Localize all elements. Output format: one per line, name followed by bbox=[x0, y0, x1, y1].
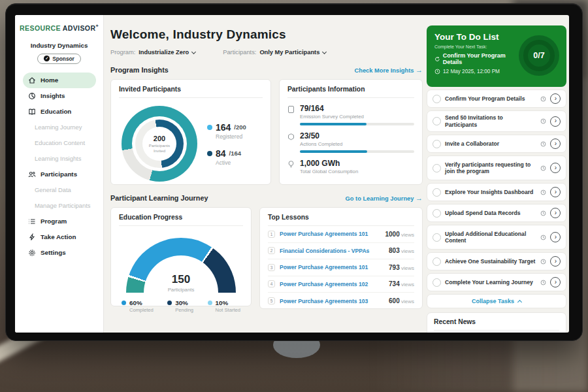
sidebar-item-education[interactable]: Education bbox=[23, 104, 96, 120]
sidebar-item-label: Home bbox=[41, 76, 58, 84]
monitor-bezel: RESOURCE ADVISOR+ Industry Dynamics ✓ Sp… bbox=[5, 3, 583, 341]
sidebar-item-program[interactable]: Program bbox=[23, 214, 96, 229]
sidebar-item-home[interactable]: Home bbox=[23, 73, 96, 88]
sidebar-item-insights[interactable]: Insights bbox=[23, 88, 96, 104]
sponsor-badge-icon: ✓ bbox=[44, 56, 50, 61]
task-row[interactable]: Verify participants requesting to join t… bbox=[427, 155, 566, 180]
lesson-link[interactable]: Power Purchase Agreements 101 bbox=[280, 264, 389, 270]
task-chevron-button[interactable]: › bbox=[550, 277, 561, 287]
logo-resource: RESOURCE bbox=[20, 24, 61, 32]
arrow-right-icon: → bbox=[416, 66, 423, 74]
lesson-rank: 5 bbox=[268, 297, 275, 304]
sidebar-item-education-content[interactable]: Education Content bbox=[23, 135, 96, 151]
chevron-up-icon bbox=[517, 300, 522, 304]
clock-icon bbox=[540, 141, 546, 147]
program-filter-value: Industrialize Zero bbox=[139, 49, 189, 56]
task-checkbox[interactable] bbox=[433, 95, 441, 103]
stat-consumption: 1,000 GWh Total Global Consumption bbox=[287, 159, 414, 174]
task-label: Send 50 Invitations to Participants bbox=[445, 114, 536, 128]
legend-dot-active bbox=[207, 151, 212, 156]
participants-information-card: Participants Information 79/164 Emission… bbox=[279, 79, 423, 185]
task-chevron-button[interactable]: › bbox=[550, 187, 561, 197]
lesson-link[interactable]: Financial Considerations - VPPAs bbox=[280, 248, 389, 254]
task-row[interactable]: Send 50 Invitations to Participants › bbox=[427, 110, 566, 132]
task-checkbox[interactable] bbox=[433, 257, 441, 266]
sidebar-item-label: Manage Participants bbox=[35, 202, 90, 209]
task-row[interactable]: Invite a Collaborator › bbox=[427, 135, 566, 153]
lesson-link[interactable]: Power Purchase Agreements 103 bbox=[280, 298, 389, 304]
sidebar-item-general-data[interactable]: General Data bbox=[23, 182, 96, 198]
lesson-rank: 3 bbox=[268, 264, 275, 271]
invited-participants-card: Invited Participants 200 Participants In… bbox=[110, 79, 271, 185]
participants-filter-label: Participants: bbox=[223, 49, 256, 56]
action-bolt-icon bbox=[28, 233, 36, 241]
sidebar-item-label: Program bbox=[41, 218, 67, 225]
task-row[interactable]: Confirm Your Program Details › bbox=[427, 90, 566, 108]
todo-panel: Your To Do List Complete Your Next Task:… bbox=[427, 15, 566, 333]
clock-icon bbox=[540, 235, 546, 240]
donut-legend: 164/200 Registered 84/164 Active bbox=[207, 122, 246, 166]
sidebar-item-settings[interactable]: Settings bbox=[23, 245, 96, 261]
app-logo: RESOURCE ADVISOR+ bbox=[15, 24, 103, 32]
lesson-link[interactable]: Power Purchase Agreements 101 bbox=[280, 231, 385, 237]
stat-actions-completed: 23/50 Actions Completed bbox=[287, 131, 414, 153]
task-row[interactable]: Upload Additional Educational Content › bbox=[427, 225, 566, 250]
task-row[interactable]: Complete Your Learning Journey › bbox=[427, 273, 566, 291]
check-more-insights-link[interactable]: Check More Insights → bbox=[354, 66, 423, 74]
sidebar-item-learning-insights[interactable]: Learning Insights bbox=[23, 151, 96, 167]
task-row[interactable]: Explore Your Insights Dashboard › bbox=[427, 183, 566, 201]
clock-icon bbox=[540, 165, 546, 171]
card-title: Education Progress bbox=[119, 214, 243, 226]
task-chevron-button[interactable]: › bbox=[550, 93, 561, 104]
task-checkbox[interactable] bbox=[433, 188, 441, 197]
participants-filter-value: Only My Participants bbox=[259, 49, 319, 56]
recent-news-card: Recent News bbox=[427, 312, 566, 333]
task-checkbox[interactable] bbox=[433, 140, 441, 148]
legend-dot-completed bbox=[122, 301, 126, 305]
lesson-row: 5 Power Purchase Agreements 103 600 view… bbox=[268, 293, 414, 310]
legend-completed: 60% Completed bbox=[122, 299, 154, 313]
people-icon bbox=[28, 171, 36, 178]
task-checkbox[interactable] bbox=[433, 233, 441, 242]
task-label: Upload Spend Data Records bbox=[445, 210, 536, 217]
legend-dot-not-started bbox=[208, 301, 212, 305]
todo-next-task: Confirm Your Program Details bbox=[434, 52, 523, 65]
bulb-icon bbox=[287, 160, 295, 174]
sidebar-item-manage-participants[interactable]: Manage Participants bbox=[23, 198, 96, 214]
task-chevron-button[interactable]: › bbox=[550, 256, 561, 267]
lesson-views: 1000 views bbox=[385, 231, 415, 238]
task-chevron-button[interactable]: › bbox=[550, 232, 561, 242]
task-row[interactable]: Achieve One Sustainability Target › bbox=[427, 252, 566, 270]
task-checkbox[interactable] bbox=[433, 117, 441, 125]
sidebar-item-participants[interactable]: Participants bbox=[23, 167, 96, 182]
task-chevron-button[interactable]: › bbox=[550, 208, 561, 218]
sidebar-item-learning-journey[interactable]: Learning Journey bbox=[23, 120, 96, 135]
lesson-row: 2 Financial Considerations - VPPAs 803 v… bbox=[268, 243, 414, 260]
task-checkbox[interactable] bbox=[433, 164, 441, 172]
todo-progress-count: 0/7 bbox=[533, 51, 544, 60]
card-title: Top Lessons bbox=[268, 214, 414, 226]
filter-bar: Program: Industrialize Zero Participants… bbox=[110, 49, 423, 56]
task-chevron-button[interactable]: › bbox=[550, 139, 561, 149]
program-filter-dropdown[interactable]: Program: Industrialize Zero bbox=[110, 49, 195, 56]
sidebar-item-take-action[interactable]: Take Action bbox=[23, 229, 96, 245]
task-label: Verify participants requesting to join t… bbox=[445, 161, 536, 175]
collapse-tasks-link[interactable]: Collapse Tasks bbox=[427, 294, 566, 308]
page-title: Welcome, Industry Dynamics bbox=[110, 27, 423, 42]
chevron-down-icon bbox=[322, 49, 327, 54]
legend-dot-pending bbox=[167, 301, 172, 305]
go-to-learning-journey-link[interactable]: Go to Learning Journey → bbox=[346, 194, 423, 202]
lesson-link[interactable]: Power Purchase Agreements 102 bbox=[280, 281, 389, 287]
task-chevron-button[interactable]: › bbox=[550, 163, 561, 173]
task-checkbox[interactable] bbox=[433, 278, 441, 287]
task-row[interactable]: Upload Spend Data Records › bbox=[427, 204, 566, 222]
legend-not-started: 10% Not Started bbox=[208, 299, 240, 313]
participants-filter-dropdown[interactable]: Participants: Only My Participants bbox=[223, 49, 326, 56]
education-progress-card: Education Progress 150 Participants 60% … bbox=[110, 207, 252, 306]
sponsor-badge[interactable]: ✓ Sponsor bbox=[37, 54, 81, 64]
task-chevron-button[interactable]: › bbox=[550, 116, 561, 127]
clock-icon bbox=[540, 96, 546, 102]
todo-summary-card: Your To Do List Complete Your Next Task:… bbox=[427, 25, 566, 87]
clock-icon bbox=[540, 210, 546, 216]
task-checkbox[interactable] bbox=[433, 209, 441, 218]
